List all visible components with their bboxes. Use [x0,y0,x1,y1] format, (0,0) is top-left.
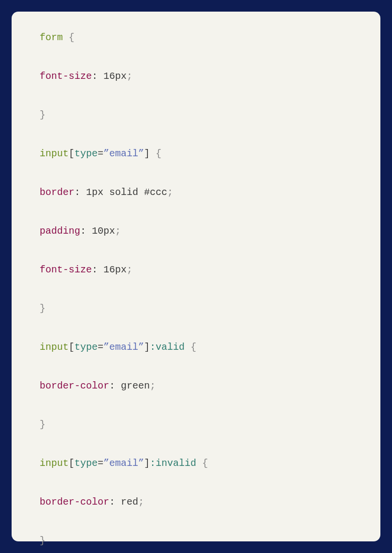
brace-close: } [40,419,45,430]
value-border: 1px solid #ccc [80,187,167,198]
bracket-open: [ [69,342,74,353]
space [150,148,156,159]
code-line: font-size: 16px; [40,263,352,277]
bracket-open: [ [69,458,74,469]
number-10: 10 [92,225,103,237]
brace-open: { [69,32,74,43]
code-line: } [40,418,352,432]
space [63,32,69,43]
attr-type: type [74,458,98,469]
code-line: border: 1px solid #ccc; [40,186,352,199]
semicolon: ; [167,187,173,198]
pseudo-invalid: :invalid [150,458,196,469]
string-email: ”email” [103,342,144,353]
bracket-close: ] [144,148,150,159]
attr-type: type [74,148,98,159]
selector-input: input [40,458,69,469]
space [98,71,103,82]
code-block: form { font-size: 16px; } input[type=”em… [12,12,380,541]
bracket-open: [ [69,148,74,159]
code-line: } [40,302,352,315]
selector-form: form [40,32,63,43]
colon: : [80,225,86,237]
brace-open: { [156,148,161,159]
value-green: green [115,380,150,391]
selector-input: input [40,148,69,159]
code-line: padding: 10px; [40,224,352,238]
bracket-close: ] [144,342,150,353]
equals: = [98,458,103,469]
equals: = [98,148,103,159]
prop-border-color: border-color [40,496,109,508]
number-16: 16 [103,264,115,275]
semicolon: ; [127,264,132,275]
colon: : [109,496,115,508]
colon: : [92,264,98,275]
space [86,225,92,237]
prop-border: border [40,187,74,198]
brace-close: } [40,535,45,546]
bracket-close: ] [144,458,150,469]
code-line: border-color: red; [40,495,352,509]
colon: : [109,380,115,391]
prop-font-size: font-size [40,71,92,82]
code-line: input[type=”email”]:invalid { [40,457,352,470]
code-line: input[type=”email”] { [40,147,352,161]
code-line: font-size: 16px; [40,70,352,83]
semicolon: ; [150,380,156,391]
semicolon: ; [138,496,144,508]
space [196,458,202,469]
unit-px: px [115,264,127,275]
unit-px: px [103,225,115,237]
brace-close: } [40,303,45,314]
equals: = [98,342,103,353]
prop-padding: padding [40,225,80,237]
unit-px: px [115,71,127,82]
pseudo-valid: :valid [150,342,185,353]
brace-open: { [202,458,208,469]
space [185,342,190,353]
number-16: 16 [103,71,115,82]
selector-input: input [40,342,69,353]
brace-close: } [40,109,45,120]
semicolon: ; [127,71,132,82]
colon: : [74,187,80,198]
code-line: } [40,534,352,548]
colon: : [92,71,98,82]
space [98,264,103,275]
attr-type: type [74,342,98,353]
code-line: border-color: green; [40,379,352,393]
code-line: form { [40,31,352,45]
semicolon: ; [115,225,121,237]
prop-font-size: font-size [40,264,92,275]
string-email: ”email” [103,458,144,469]
string-email: ”email” [103,148,144,159]
code-line: input[type=”email”]:valid { [40,341,352,354]
code-line: } [40,108,352,122]
value-red: red [115,496,138,508]
prop-border-color: border-color [40,380,109,391]
brace-open: { [190,342,196,353]
